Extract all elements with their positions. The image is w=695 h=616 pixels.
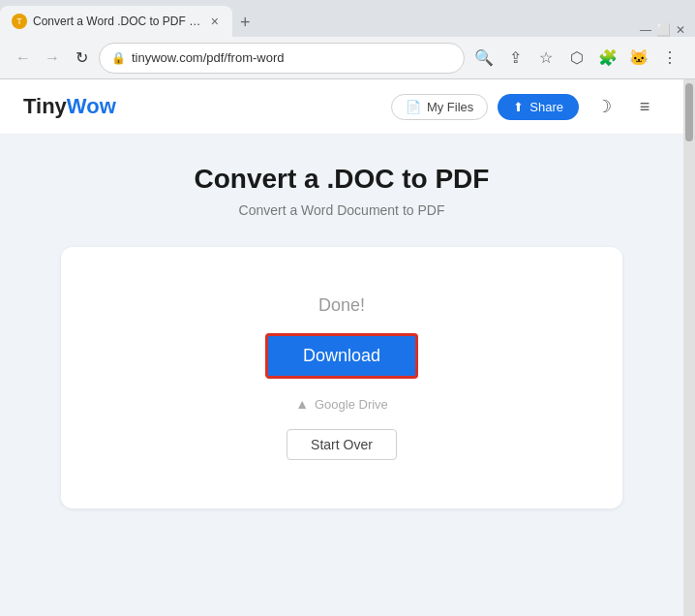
tab-favicon: T <box>12 14 27 29</box>
cast-icon[interactable]: ⬡ <box>563 45 590 72</box>
new-tab-button[interactable]: + <box>232 9 258 37</box>
share-button[interactable]: ⬆ Share <box>498 94 579 120</box>
site-header: TinyWow 📄 My Files ⬆ Share ☽ <box>0 79 683 135</box>
my-files-button[interactable]: 📄 My Files <box>391 94 488 120</box>
forward-button[interactable]: → <box>41 46 64 70</box>
logo-wow: Wow <box>67 94 116 118</box>
window-close-button[interactable]: ✕ <box>674 23 687 37</box>
lock-icon: 🔒 <box>111 51 126 65</box>
dark-mode-icon: ☽ <box>596 96 612 117</box>
url-bar[interactable]: 🔒 tinywow.com/pdf/from-word <box>99 43 465 74</box>
scrollbar-thumb[interactable] <box>685 83 693 141</box>
share-icon: ⬆ <box>513 100 524 114</box>
browser-menu-icon[interactable]: ⋮ <box>656 45 683 72</box>
address-actions: 🔍 ⇪ ☆ ⬡ 🧩 🐱 ⋮ <box>470 45 683 72</box>
tab-title: Convert a Word .DOC to PDF On... <box>33 15 203 28</box>
maximize-button[interactable]: ⬜ <box>656 23 670 37</box>
header-actions: 📄 My Files ⬆ Share ☽ ≡ <box>391 91 660 122</box>
page-subtitle: Convert a Word Document to PDF <box>239 202 445 218</box>
start-over-button[interactable]: Start Over <box>287 429 397 460</box>
search-icon[interactable]: 🔍 <box>470 45 498 72</box>
files-icon: 📄 <box>406 100 421 114</box>
tab-close-button[interactable]: × <box>209 12 221 31</box>
hamburger-menu-button[interactable]: ≡ <box>629 91 660 122</box>
window-controls: — ⬜ ✕ <box>631 23 695 37</box>
dark-mode-button[interactable]: ☽ <box>589 91 619 122</box>
share-page-icon[interactable]: ⇪ <box>501 45 529 72</box>
minimize-button[interactable]: — <box>639 23 652 37</box>
browser-frame: T Convert a Word .DOC to PDF On... × + —… <box>0 0 695 616</box>
page-content: TinyWow 📄 My Files ⬆ Share ☽ <box>0 79 683 616</box>
active-tab[interactable]: T Convert a Word .DOC to PDF On... × <box>0 6 232 37</box>
extensions-icon[interactable]: 🧩 <box>594 45 621 72</box>
google-drive-label: Google Drive <box>315 397 388 412</box>
scrollbar[interactable] <box>683 79 695 616</box>
conversion-card: Done! Download ▲ Google Drive Start Over <box>61 247 622 508</box>
bookmark-icon[interactable]: ☆ <box>532 45 559 72</box>
page-title: Convert a .DOC to PDF <box>195 164 490 195</box>
hamburger-icon: ≡ <box>640 97 650 117</box>
main-content: Convert a .DOC to PDF Convert a Word Doc… <box>0 135 683 538</box>
address-bar: ← → ↻ 🔒 tinywow.com/pdf/from-word 🔍 ⇪ ☆ … <box>0 37 695 79</box>
tab-bar: T Convert a Word .DOC to PDF On... × + —… <box>0 0 695 37</box>
logo-tiny: Tiny <box>23 94 67 118</box>
site-logo: TinyWow <box>23 94 116 119</box>
google-drive-button[interactable]: ▲ Google Drive <box>295 396 388 412</box>
drive-icon: ▲ <box>295 396 309 412</box>
done-text: Done! <box>318 295 365 316</box>
profile-icon[interactable]: 🐱 <box>625 45 652 72</box>
back-button[interactable]: ← <box>12 46 35 70</box>
browser-body: TinyWow 📄 My Files ⬆ Share ☽ <box>0 79 695 616</box>
page: TinyWow 📄 My Files ⬆ Share ☽ <box>0 79 683 616</box>
reload-button[interactable]: ↻ <box>70 46 93 70</box>
url-text: tinywow.com/pdf/from-word <box>132 50 285 65</box>
download-button[interactable]: Download <box>265 333 418 379</box>
